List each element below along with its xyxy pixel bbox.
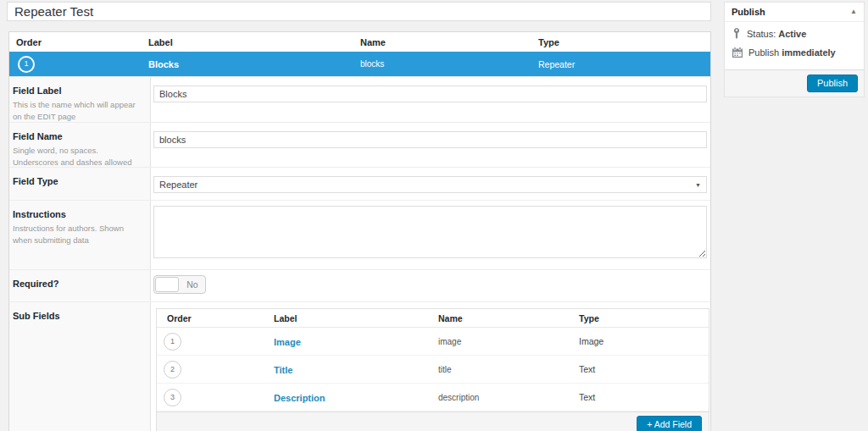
status-text: Status: Active (747, 29, 806, 39)
add-field-button[interactable]: + Add Field (637, 416, 702, 431)
setting-label: Instructions (13, 209, 142, 219)
field-order-badge[interactable]: 1 (18, 56, 35, 73)
setting-help: This is the name which will appear on th… (13, 99, 142, 124)
setting-row-sub-fields: Sub Fields Order Label Name Type 1 Image… (9, 301, 710, 431)
field-type-select[interactable]: Repeater ▼ (153, 176, 707, 193)
setting-label: Field Type (13, 176, 142, 186)
schedule-row: Publish immediately (732, 47, 856, 58)
chevron-down-icon: ▼ (695, 182, 701, 188)
sub-header-order: Order (157, 313, 274, 323)
setting-label: Field Label (13, 86, 142, 96)
sub-header-name: Name (438, 313, 579, 323)
required-toggle[interactable]: No (153, 275, 206, 294)
status-label: Status: (747, 29, 776, 39)
setting-row-field-label: Field Label This is the name which will … (9, 76, 710, 122)
schedule-text: Publish immediately (748, 47, 836, 58)
sub-header-type: Type (579, 313, 709, 323)
toggle-state-label: No (180, 276, 205, 293)
publish-title: Publish (732, 7, 765, 17)
fields-panel: Order Label Name Type 1 Blocks blocks Re… (8, 31, 711, 431)
setting-row-instructions: Instructions Instructions for authors. S… (9, 200, 710, 269)
collapse-toggle-icon[interactable]: ▲ (850, 8, 857, 15)
schedule-label: Publish (748, 47, 779, 58)
status-row: Status: Active (732, 28, 856, 39)
setting-help: Instructions for authors. Shown when sub… (13, 223, 142, 247)
sub-field-label-link[interactable]: Image (274, 337, 301, 347)
setting-row-field-type: Field Type Repeater ▼ (9, 167, 710, 200)
sub-field-type: Image (579, 336, 709, 346)
sub-field-label-link[interactable]: Title (274, 365, 292, 375)
pin-icon (732, 28, 741, 39)
header-label: Label (148, 37, 360, 47)
toggle-knob[interactable] (155, 277, 179, 292)
sub-field-row-description[interactable]: 3 Description description Text (157, 384, 709, 412)
header-order: Order (9, 37, 148, 47)
instructions-textarea[interactable] (153, 206, 707, 258)
sub-order-badge[interactable]: 3 (164, 389, 181, 406)
status-value: Active (778, 29, 806, 39)
field-label-input[interactable] (153, 86, 707, 102)
calendar-icon (732, 47, 743, 58)
setting-label: Required? (13, 279, 142, 289)
acf-field-group-editor: Order Label Name Type 1 Blocks blocks Re… (0, 0, 868, 431)
sub-field-row-title[interactable]: 2 Title title Text (157, 356, 709, 384)
sub-field-name: image (438, 337, 579, 346)
sub-order-badge[interactable]: 2 (164, 361, 181, 379)
sub-fields-header: Order Label Name Type (157, 309, 709, 328)
field-label-cell[interactable]: Blocks (148, 59, 360, 69)
publish-metabox: Publish ▲ Status: Active Publish immedi (724, 2, 865, 97)
field-group-title-input[interactable] (7, 2, 711, 21)
field-order-cell: 1 (9, 56, 148, 73)
sub-field-row-image[interactable]: 1 Image image Image (157, 328, 709, 356)
publish-button[interactable]: Publish (807, 75, 858, 92)
sub-header-label: Label (274, 313, 438, 323)
schedule-value: immediately (782, 47, 836, 58)
sub-field-name: title (438, 365, 579, 374)
sub-field-type: Text (579, 364, 709, 374)
publish-header: Publish ▲ (725, 3, 864, 22)
field-type-selected-value: Repeater (159, 180, 198, 190)
sub-order-badge[interactable]: 1 (164, 333, 181, 351)
setting-label: Field Name (13, 131, 142, 141)
sub-fields-footer: + Add Field (157, 412, 709, 431)
publish-footer: Publish (725, 69, 864, 97)
publish-body: Status: Active Publish immediately (725, 22, 864, 69)
setting-help: Single word, no spaces. Underscores and … (13, 145, 142, 169)
field-name-cell: blocks (360, 59, 538, 69)
setting-row-field-name: Field Name Single word, no spaces. Under… (9, 122, 710, 167)
sub-field-name: description (438, 393, 579, 402)
setting-label: Sub Fields (13, 311, 142, 321)
header-name: Name (360, 37, 538, 47)
field-row-blocks[interactable]: 1 Blocks blocks Repeater (9, 52, 710, 76)
sub-fields-table: Order Label Name Type 1 Image image Imag… (156, 308, 709, 431)
sub-field-type: Text (579, 392, 709, 402)
fields-table-header: Order Label Name Type (9, 32, 710, 52)
sub-field-label-link[interactable]: Description (274, 393, 326, 403)
field-name-input[interactable] (153, 131, 707, 148)
header-type: Type (538, 37, 710, 47)
field-type-cell: Repeater (538, 59, 710, 69)
setting-row-required: Required? No (9, 269, 710, 301)
